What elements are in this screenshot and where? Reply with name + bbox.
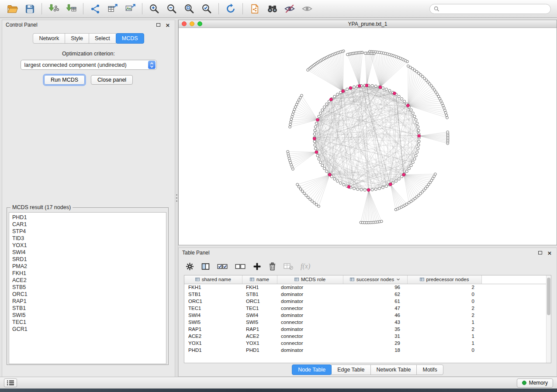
export-image-button[interactable] [121, 1, 139, 16]
cell-predecessor-nodes[interactable]: 0 [407, 298, 481, 305]
search-network-button[interactable] [263, 1, 281, 16]
tab-motifs[interactable]: Motifs [416, 364, 443, 375]
add-column-button[interactable] [253, 262, 261, 271]
cell-predecessor-nodes[interactable]: 2 [407, 312, 481, 319]
cell-mcds-role[interactable]: connector [277, 319, 343, 326]
cell-mcds-role[interactable]: dominator [277, 326, 343, 333]
cell-predecessor-nodes[interactable]: 2 [407, 305, 481, 312]
cell-mcds-role[interactable]: connector [277, 305, 343, 312]
clear-table-button[interactable] [284, 262, 293, 270]
cell-successor-nodes[interactable]: 31 [343, 333, 407, 340]
import-network-button[interactable] [45, 1, 62, 16]
mcds-result-item[interactable]: ACE2 [12, 277, 166, 284]
search-input[interactable] [442, 6, 547, 12]
cell-shared-name[interactable]: YOX1 [184, 340, 242, 347]
cell-predecessor-nodes[interactable]: 0 [407, 347, 481, 354]
table-settings-button[interactable] [186, 262, 194, 271]
close-mcds-panel-button[interactable]: Close panel [91, 75, 133, 85]
cell-shared-name[interactable]: PHD1 [184, 347, 242, 354]
close-panel-button[interactable]: × [546, 249, 553, 256]
cell-mcds-role[interactable]: dominator [277, 298, 343, 305]
cell-successor-nodes[interactable]: 18 [343, 347, 407, 354]
mcds-result-item[interactable]: STB1 [12, 305, 166, 312]
cell-name[interactable]: PHD1 [242, 347, 277, 354]
cell-successor-nodes[interactable]: 43 [343, 319, 407, 326]
cell-successor-nodes[interactable]: 47 [343, 305, 407, 312]
cell-predecessor-nodes[interactable]: 1 [407, 319, 481, 326]
table-row[interactable]: SWI5SWI5connector431 [184, 319, 546, 326]
share-document-button[interactable] [246, 1, 263, 16]
mcds-result-item[interactable]: TEC1 [12, 319, 166, 326]
cell-predecessor-nodes[interactable]: 2 [407, 326, 481, 333]
zoom-fit-button[interactable] [180, 1, 198, 16]
cell-successor-nodes[interactable]: 46 [343, 312, 407, 319]
table-row[interactable]: TEC1TEC1connector472 [184, 305, 546, 312]
mcds-result-item[interactable]: STP4 [12, 228, 166, 235]
select-all-rows-button[interactable] [217, 263, 228, 270]
table-row[interactable]: YOX1YOX1connector291 [184, 340, 546, 347]
panel-splitter[interactable] [175, 20, 178, 377]
mcds-result-item[interactable]: GCR1 [12, 326, 166, 333]
cell-name[interactable]: FKH1 [242, 284, 277, 291]
window-close-button[interactable] [182, 21, 187, 26]
tab-network-table[interactable]: Network Table [370, 364, 417, 375]
open-session-button[interactable] [3, 1, 21, 16]
memory-button[interactable]: Memory [517, 378, 553, 388]
cell-shared-name[interactable]: STB1 [184, 291, 242, 298]
cell-successor-nodes[interactable]: 62 [343, 291, 407, 298]
zoom-selected-button[interactable] [198, 1, 215, 16]
tab-style[interactable]: Style [65, 33, 89, 44]
mcds-result-item[interactable]: RAP1 [12, 298, 166, 305]
table-row[interactable]: PHD1PHD1dominator180 [184, 347, 546, 354]
mcds-result-item[interactable]: SWI4 [12, 249, 166, 256]
zoom-out-button[interactable] [163, 1, 180, 16]
tab-node-table[interactable]: Node Table [292, 364, 332, 375]
window-zoom-button[interactable] [197, 21, 202, 26]
cell-shared-name[interactable]: RAP1 [184, 326, 242, 333]
cell-mcds-role[interactable]: dominator [277, 284, 343, 291]
mcds-result-item[interactable]: STB5 [12, 284, 166, 291]
network-canvas[interactable] [179, 28, 557, 245]
table-row[interactable]: STB1STB1dominator620 [184, 291, 546, 298]
save-session-button[interactable] [21, 1, 38, 16]
export-network-button[interactable] [86, 1, 104, 16]
column-header-shared-name[interactable]: shared name [184, 275, 242, 284]
cell-predecessor-nodes[interactable]: 1 [407, 340, 481, 347]
cell-name[interactable]: RAP1 [242, 326, 277, 333]
cell-successor-nodes[interactable]: 35 [343, 326, 407, 333]
tab-mcds[interactable]: MCDS [116, 33, 144, 44]
cell-name[interactable]: ACE2 [242, 333, 277, 340]
table-scrollbar[interactable] [546, 275, 551, 363]
table-row[interactable]: SWI4SWI4dominator462 [184, 312, 546, 319]
cell-successor-nodes[interactable]: 96 [343, 284, 407, 291]
optimization-criterion-select[interactable]: largest connected component (undirected) [21, 60, 157, 70]
export-table-button[interactable] [104, 1, 121, 16]
window-minimize-button[interactable] [190, 21, 194, 26]
table-row[interactable]: RAP1RAP1dominator352 [184, 326, 546, 333]
mcds-result-item[interactable]: PHD1 [12, 214, 166, 221]
mcds-result-item[interactable]: ORC1 [12, 291, 166, 298]
cell-successor-nodes[interactable]: 61 [343, 298, 407, 305]
mcds-result-item[interactable]: TID3 [12, 235, 166, 242]
column-header-predecessor-nodes[interactable]: predecessor nodes [407, 275, 481, 284]
cell-name[interactable]: STB1 [242, 291, 277, 298]
float-panel-button[interactable] [155, 21, 162, 28]
show-details-button[interactable] [298, 1, 316, 16]
import-table-button[interactable] [62, 1, 80, 16]
float-panel-button[interactable] [536, 249, 543, 256]
cell-mcds-role[interactable]: connector [277, 333, 343, 340]
mcds-result-item[interactable]: SWI5 [12, 312, 166, 319]
deselect-all-rows-button[interactable] [235, 263, 246, 270]
cell-shared-name[interactable]: SWI5 [184, 319, 242, 326]
table-row[interactable]: ACE2ACE2connector311 [184, 333, 546, 340]
cell-predecessor-nodes[interactable]: 1 [407, 333, 481, 340]
cell-shared-name[interactable]: FKH1 [184, 284, 242, 291]
tab-edge-table[interactable]: Edge Table [331, 364, 370, 375]
cell-mcds-role[interactable]: connector [277, 340, 343, 347]
table-row[interactable]: ORC1ORC1dominator610 [184, 298, 546, 305]
panel-menu-button[interactable] [4, 378, 17, 387]
scrollbar-thumb[interactable] [547, 278, 550, 315]
cell-mcds-role[interactable]: dominator [277, 312, 343, 319]
cell-mcds-role[interactable]: dominator [277, 347, 343, 354]
refresh-layout-button[interactable] [222, 1, 239, 16]
